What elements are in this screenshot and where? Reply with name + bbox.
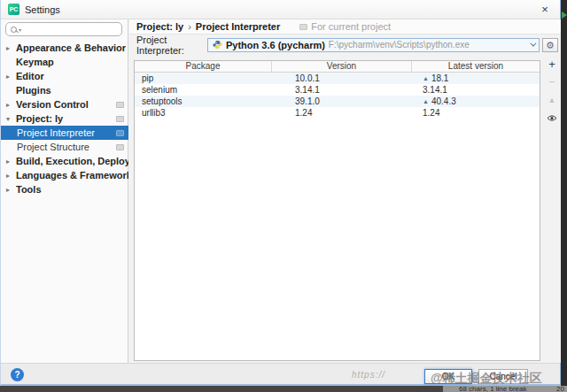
search-input[interactable] <box>23 25 117 35</box>
sidebar-item-languages-frameworks[interactable]: ▸ Languages & Frameworks <box>1 168 128 182</box>
upgrade-arrow-icon: ▲ <box>423 73 429 84</box>
column-header-version[interactable]: Version <box>272 61 412 72</box>
project-scope-icon <box>116 130 124 136</box>
sidebar-item-project-ly[interactable]: ▾ Project: ly <box>1 111 128 126</box>
settings-tree: ▸ Appearance & Behavior Keymap ▸ Editor … <box>1 41 128 196</box>
package-toolbar: + − ▲ <box>543 58 561 124</box>
screenshot-root: 68 chars, 1 line break 20 PC Settings × … <box>0 0 567 392</box>
run-icon <box>562 12 567 19</box>
sidebar-item-project-structure[interactable]: Project Structure <box>1 140 128 154</box>
chevron-down-icon[interactable] <box>530 41 536 47</box>
breadcrumb-page: Project Interpreter <box>196 21 280 32</box>
statusbar-text: 68 chars, 1 line break <box>459 385 527 392</box>
sidebar-item-keymap[interactable]: Keymap <box>1 55 128 69</box>
sidebar-item-build-execution-deployment[interactable]: ▸ Build, Execution, Deployment <box>1 154 128 168</box>
chevron-down-icon[interactable]: ▾ <box>6 115 16 123</box>
sidebar-item-plugins[interactable]: Plugins <box>1 83 128 97</box>
sidebar-item-tools[interactable]: ▸ Tools <box>1 182 128 196</box>
settings-search-box[interactable]: ▾ <box>5 22 122 36</box>
background-window-edge <box>561 0 567 386</box>
close-icon[interactable]: × <box>537 2 553 18</box>
package-table-header: Package Version Latest version <box>135 61 540 73</box>
settings-dialog: PC Settings × ▾ ▸ Appearance & Behavior … <box>0 0 561 386</box>
cancel-button[interactable]: Cancel <box>478 369 528 384</box>
breadcrumb: Project: ly › Project Interpreter For cu… <box>129 19 561 35</box>
sidebar-item-project-interpreter[interactable]: Project Interpreter <box>1 126 128 140</box>
eye-icon <box>547 114 557 122</box>
table-row[interactable]: urllib3 1.24 1.24 <box>135 107 540 119</box>
pycharm-logo-icon: PC <box>8 4 19 15</box>
interpreter-name: Python 3.6 (pycharm) <box>226 40 325 50</box>
screen-icon <box>299 24 307 30</box>
sidebar-item-appearance-behavior[interactable]: ▸ Appearance & Behavior <box>1 41 128 55</box>
upgrade-arrow-icon: ▲ <box>423 96 429 107</box>
for-current-project-label: For current project <box>299 21 391 32</box>
interpreter-select[interactable]: Python 3.6 (pycharm) F:\pycharm\venv\Scr… <box>207 38 540 52</box>
breadcrumb-separator-icon: › <box>188 21 191 32</box>
chevron-right-icon[interactable]: ▸ <box>6 101 16 109</box>
ok-button[interactable]: OK <box>424 369 472 384</box>
column-header-latest-version[interactable]: Latest version <box>412 61 540 72</box>
upgrade-package-button[interactable]: ▲ <box>543 94 561 106</box>
gear-icon[interactable]: ⚙ <box>542 38 558 52</box>
table-row[interactable]: setuptools 39.1.0 ▲40.4.3 <box>135 96 540 107</box>
project-scope-icon <box>116 102 124 108</box>
chevron-right-icon[interactable]: ▸ <box>6 44 16 52</box>
interpreter-row: Project Interpreter: Python 3.6 (pycharm… <box>129 35 561 54</box>
table-row[interactable]: pip 10.0.1 ▲18.1 <box>135 73 540 84</box>
interpreter-path: F:\pycharm\venv\Scripts\python.exe <box>329 40 470 50</box>
help-button[interactable]: ? <box>11 368 24 381</box>
package-table: Package Version Latest version pip 10.0.… <box>134 60 540 361</box>
interpreter-label: Project Interpreter: <box>136 35 207 56</box>
table-row[interactable]: selenium 3.14.1 3.14.1 <box>135 84 540 96</box>
search-options-arrow-icon[interactable]: ▾ <box>19 27 21 33</box>
remove-package-button[interactable]: − <box>543 76 561 88</box>
settings-sidebar: ▾ ▸ Appearance & Behavior Keymap ▸ Edito… <box>1 19 128 363</box>
dialog-footer: ? OK Cancel <box>1 363 560 384</box>
sidebar-item-editor[interactable]: ▸ Editor <box>1 69 128 83</box>
chevron-right-icon[interactable]: ▸ <box>6 158 16 165</box>
breadcrumb-project[interactable]: Project: ly <box>136 21 183 32</box>
statusbar-position: 20 <box>556 385 564 392</box>
column-header-package[interactable]: Package <box>135 61 272 72</box>
main-panel: Project: ly › Project Interpreter For cu… <box>129 19 561 363</box>
dialog-titlebar: PC Settings × <box>1 0 560 19</box>
show-early-releases-button[interactable] <box>547 111 557 124</box>
python-icon <box>213 40 222 50</box>
project-scope-icon <box>116 116 124 122</box>
chevron-right-icon[interactable]: ▸ <box>6 186 16 194</box>
chevron-right-icon[interactable]: ▸ <box>6 73 16 81</box>
search-icon <box>11 27 17 33</box>
add-package-button[interactable]: + <box>543 58 561 71</box>
chevron-right-icon[interactable]: ▸ <box>6 172 16 180</box>
sidebar-item-version-control[interactable]: ▸ Version Control <box>1 97 128 111</box>
project-scope-icon <box>116 144 124 150</box>
dialog-title: Settings <box>25 4 60 15</box>
